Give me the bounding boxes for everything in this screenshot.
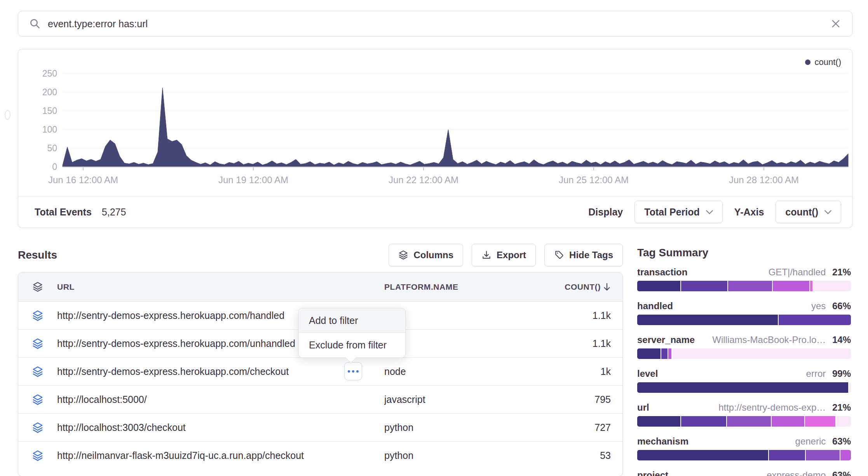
header-count[interactable]: COUNT() [549, 282, 622, 292]
tag-row: server_nameWilliams-MacBook-Pro.lo… 14% [637, 334, 851, 359]
url-cell[interactable]: http://sentry-demos-express.herokuapp.co… [57, 366, 384, 377]
tag-row: transactionGET|/handled 21% [637, 267, 851, 291]
tag-bar-segment[interactable] [727, 416, 771, 427]
search-icon [29, 18, 41, 30]
tag-bar-segment[interactable] [637, 348, 661, 359]
yaxis-label: Y-Axis [734, 206, 764, 218]
platform-cell[interactable]: javascript [384, 394, 549, 405]
tag-top-value: generic 63% [795, 436, 851, 447]
yaxis-dropdown[interactable]: count() [776, 201, 841, 223]
tag-name: transaction [637, 267, 687, 278]
tag-summary-title: Tag Summary [637, 247, 851, 259]
header-platform[interactable]: PLATFORM.NAME [384, 282, 549, 292]
results-header: Results Columns Export Hide Tags [18, 243, 623, 268]
url-cell[interactable]: http://localhost:5000/ [57, 394, 384, 405]
stack-icon[interactable] [32, 450, 44, 462]
tag-bar-segment[interactable] [637, 281, 680, 291]
tag-bar[interactable] [637, 416, 851, 427]
hide-tags-button[interactable]: Hide Tags [544, 244, 623, 266]
tag-bar-segment[interactable] [813, 281, 851, 291]
columns-button[interactable]: Columns [389, 244, 463, 266]
tag-bar[interactable] [637, 382, 851, 393]
count-cell: 53 [549, 450, 622, 461]
tag-bar-segment[interactable] [806, 450, 840, 460]
platform-cell[interactable]: python [384, 422, 549, 433]
tag-top-value: Williams-MacBook-Pro.lo… 14% [712, 334, 851, 345]
ghost-zero-mark [5, 110, 10, 120]
chart-legend[interactable]: count() [805, 57, 841, 67]
sort-desc-icon [603, 283, 611, 291]
display-dropdown[interactable]: Total Period [634, 201, 723, 223]
tag-bar-segment[interactable] [637, 315, 778, 325]
stack-icon[interactable] [32, 338, 44, 350]
tag-summary: Tag Summary transactionGET|/handled 21%h… [637, 247, 851, 476]
tag-name: project [637, 470, 668, 476]
tag-top-value: error 99% [806, 368, 851, 379]
tag-bar-segment[interactable] [840, 450, 851, 460]
tag-bar-segment[interactable] [810, 281, 812, 291]
tag-bar-segment[interactable] [681, 416, 726, 427]
total-events-value: 5,275 [102, 206, 126, 218]
menu-item-add-to-filter[interactable]: Add to filter [299, 308, 405, 333]
tag-bar-segment[interactable] [672, 348, 851, 359]
tag-bar-segment[interactable] [779, 315, 851, 325]
svg-text:0: 0 [52, 162, 57, 172]
tag-percent: 14% [832, 334, 851, 345]
tag-bar-segment[interactable] [637, 416, 680, 427]
tag-row: urlhttp://sentry-demos-exp… 21% [637, 402, 851, 427]
search-bar[interactable] [18, 11, 852, 37]
tag-bar-segment[interactable] [773, 281, 810, 291]
events-chart[interactable]: 050100150200250Jun 16 12:00 AMJun 19 12:… [18, 49, 852, 196]
stack-icon[interactable] [32, 422, 44, 434]
url-cell[interactable]: http://localhost:3003/checkout [57, 422, 384, 433]
tag-bar[interactable] [637, 450, 851, 460]
url-cell[interactable]: http://neilmanvar-flask-m3uuizd7iq-uc.a.… [57, 450, 384, 461]
tag-bar-segment[interactable] [728, 281, 772, 291]
tag-percent: 21% [832, 402, 851, 413]
stack-icon[interactable] [32, 394, 44, 406]
total-events-label: Total Events [35, 206, 92, 218]
tag-bar[interactable] [637, 315, 851, 325]
stack-icon[interactable] [32, 310, 44, 322]
download-icon [481, 250, 492, 260]
tag-name: server_name [637, 334, 695, 345]
tag-bar-segment[interactable] [772, 416, 804, 427]
tag-row: levelerror 99% [637, 368, 851, 393]
tag-bar[interactable] [637, 281, 851, 291]
tag-bar-segment[interactable] [661, 348, 668, 359]
table-row[interactable]: http://sentry-demos-express.herokuapp.co… [18, 357, 622, 385]
tag-bar[interactable] [637, 348, 851, 359]
cell-actions-menu: Add to filter Exclude from filter [298, 308, 406, 358]
export-button[interactable]: Export [472, 244, 536, 266]
platform-cell[interactable]: python [384, 450, 549, 461]
tag-bar-segment[interactable] [805, 416, 835, 427]
tag-percent: 99% [832, 368, 851, 379]
cell-actions-button[interactable] [344, 362, 362, 380]
tag-bar-segment[interactable] [769, 450, 805, 460]
clear-search-icon[interactable] [830, 18, 841, 29]
table-row[interactable]: http://localhost:3003/checkoutpython727 [18, 413, 622, 441]
table-row[interactable]: http://neilmanvar-flask-m3uuizd7iq-uc.a.… [18, 441, 622, 469]
tag-bar-segment[interactable] [836, 416, 851, 427]
layers-icon [398, 250, 408, 260]
header-url[interactable]: URL [57, 282, 384, 292]
tag-bar-segment[interactable] [637, 450, 768, 460]
stack-icon [32, 282, 43, 292]
tag-top-value: yes 66% [811, 301, 851, 312]
display-label: Display [588, 206, 623, 218]
tag-row: mechanismgeneric 63% [637, 436, 851, 460]
tag-bar-segment[interactable] [681, 281, 727, 291]
platform-cell[interactable]: node [384, 366, 549, 377]
tag-bar-segment[interactable] [668, 348, 671, 359]
stack-icon[interactable] [32, 366, 44, 378]
count-cell: 1.1k [549, 338, 622, 349]
count-cell: 1.1k [549, 310, 622, 321]
count-cell: 727 [549, 422, 622, 433]
tag-bar-segment[interactable] [637, 382, 848, 393]
chevron-down-icon [706, 210, 713, 214]
tag-bar-segment[interactable] [849, 382, 851, 393]
yaxis-value: count() [785, 206, 818, 218]
table-row[interactable]: http://localhost:5000/javascript795 [18, 385, 622, 413]
search-input[interactable] [48, 18, 830, 30]
tag-percent: 63% [832, 436, 851, 446]
